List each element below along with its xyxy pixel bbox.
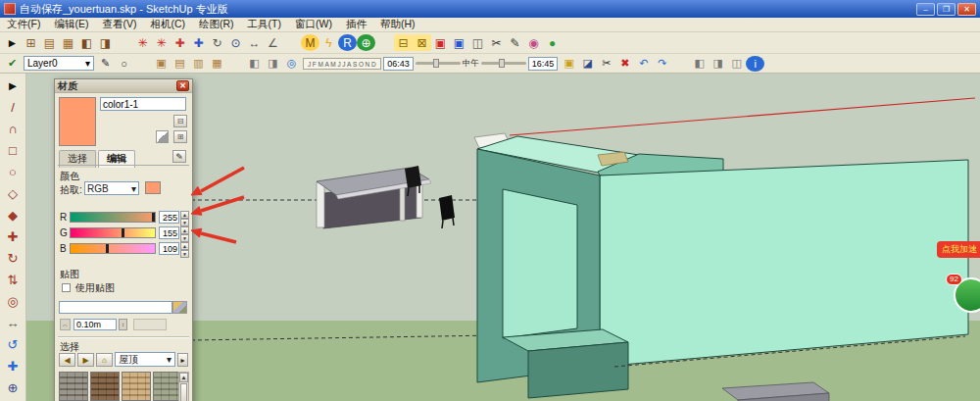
collection-dropdown[interactable]: 屋顶 ▾ bbox=[115, 352, 175, 367]
info-icon[interactable]: i bbox=[746, 56, 764, 72]
doorway-opening[interactable] bbox=[503, 189, 577, 338]
make-component-icon[interactable]: ⊞ bbox=[22, 34, 40, 51]
menu-draw[interactable]: 绘图(R) bbox=[192, 18, 241, 31]
channel-value-input[interactable] bbox=[159, 211, 179, 224]
channel-spinner[interactable]: ▲▼ bbox=[180, 242, 189, 255]
cut-scissors-icon[interactable]: ✂ bbox=[597, 56, 615, 72]
shadow-date-strip[interactable]: JFMAMJJASOND bbox=[303, 58, 381, 70]
table-left-panel[interactable] bbox=[317, 182, 324, 227]
eyedropper-icon[interactable]: ✎ bbox=[172, 150, 186, 163]
red-pinwheel-icon[interactable]: ✳ bbox=[133, 34, 152, 51]
red-tool-icon[interactable]: ▣ bbox=[431, 34, 450, 51]
globe-icon[interactable]: ◎ bbox=[282, 56, 301, 72]
palette-icon[interactable]: ● bbox=[543, 34, 562, 51]
menu-view[interactable]: 查看(V) bbox=[95, 18, 143, 31]
lt-move-icon[interactable]: ✚ bbox=[2, 226, 24, 247]
use-texture-checkbox[interactable] bbox=[62, 283, 71, 292]
color-wheel-icon[interactable]: ◉ bbox=[524, 34, 543, 51]
menu-edit[interactable]: 编辑(E) bbox=[47, 18, 95, 31]
menu-camera[interactable]: 相机(C) bbox=[143, 18, 192, 31]
shadow-time-end[interactable]: 16:45 bbox=[528, 57, 559, 71]
scissors-icon[interactable]: ✂ bbox=[487, 34, 506, 51]
magnifier-icon[interactable]: ⊙ bbox=[226, 34, 245, 51]
cube-view-2-icon[interactable]: ◨ bbox=[264, 56, 282, 72]
texture-size-spinner[interactable]: ↕ bbox=[119, 319, 127, 330]
style-pencil-icon[interactable]: ✎ bbox=[96, 56, 115, 72]
layer-dropdown[interactable]: Layer0 ▾ bbox=[24, 56, 94, 71]
divider[interactable] bbox=[375, 34, 394, 51]
dialog-close-icon[interactable]: ✕ bbox=[176, 80, 189, 91]
lt-zoom-icon[interactable]: ⊕ bbox=[2, 377, 24, 398]
accelerator-badge[interactable]: 点我加速 bbox=[937, 241, 980, 258]
scroll-up-icon[interactable]: ▲ bbox=[179, 373, 188, 382]
move-cross-red-icon[interactable]: ✚ bbox=[171, 34, 189, 51]
channel-value-input[interactable] bbox=[159, 226, 179, 239]
texture-cedar-shakes[interactable] bbox=[122, 372, 151, 401]
channel-slider[interactable] bbox=[70, 243, 156, 254]
divider[interactable] bbox=[115, 34, 133, 51]
green-coin-icon[interactable]: ⊕ bbox=[357, 34, 375, 51]
notification-count-badge[interactable]: 92 bbox=[946, 274, 962, 285]
note-box-icon[interactable]: ▣ bbox=[560, 56, 578, 72]
menu-tools[interactable]: 工具(T) bbox=[241, 18, 288, 31]
move-cross-blue-icon[interactable]: ✚ bbox=[189, 34, 208, 51]
channel-spinner[interactable]: ▲▼ bbox=[180, 226, 189, 239]
shadow-time-slider[interactable] bbox=[481, 62, 526, 65]
chair-black-1[interactable] bbox=[405, 166, 421, 188]
cube-view-icon[interactable]: ◧ bbox=[245, 56, 264, 72]
component-box-icon[interactable]: ▣ bbox=[152, 56, 171, 72]
materials-dialog-titlebar[interactable]: 材质 ✕ bbox=[55, 79, 192, 93]
maximize-button[interactable]: ❐ bbox=[937, 3, 956, 16]
low-box-front-face[interactable] bbox=[528, 342, 628, 398]
model-viewport[interactable]: 点我加速 92 材质 ✕ ⊟ ⊞ 选择 编辑 bbox=[26, 74, 980, 401]
menu-file[interactable]: 文件(F) bbox=[0, 18, 47, 31]
component-box-2-icon[interactable]: ▤ bbox=[171, 56, 189, 72]
scroll-thumb[interactable] bbox=[180, 383, 187, 401]
iso-cube-icon[interactable]: ◧ bbox=[690, 56, 709, 72]
color-picker-dropdown[interactable]: RGB ▾ bbox=[84, 181, 139, 195]
save-disk-icon[interactable]: ◪ bbox=[578, 56, 597, 72]
m-coin-icon[interactable]: M bbox=[301, 34, 319, 51]
style-circle-icon[interactable]: ○ bbox=[115, 56, 133, 72]
divider[interactable] bbox=[282, 34, 301, 51]
shadow-date-slider[interactable] bbox=[416, 62, 461, 65]
divider[interactable] bbox=[133, 56, 152, 72]
component-box-3-icon[interactable]: ▥ bbox=[189, 56, 208, 72]
menu-window[interactable]: 窗口(W) bbox=[288, 18, 339, 31]
wood-box-2-icon[interactable]: ◨ bbox=[96, 34, 115, 51]
component-box-4-icon[interactable]: ▦ bbox=[208, 56, 226, 72]
undo-icon[interactable]: ↶ bbox=[634, 56, 653, 72]
channel-spinner[interactable]: ▲▼ bbox=[180, 211, 189, 224]
lt-polygon-icon[interactable]: ◇ bbox=[2, 183, 24, 204]
lt-line-icon[interactable]: / bbox=[2, 97, 24, 118]
texture-gray-shingles[interactable] bbox=[59, 372, 88, 401]
lightning-icon[interactable]: ϟ bbox=[319, 34, 338, 51]
secondary-pane-icon[interactable]: ⊟ bbox=[173, 115, 187, 127]
home-icon[interactable]: ⌂ bbox=[96, 353, 113, 367]
divider[interactable] bbox=[226, 56, 245, 72]
layer-visibility-icon[interactable]: ✔ bbox=[3, 56, 22, 72]
forward-arrow-icon[interactable]: ▶ bbox=[77, 353, 94, 367]
lt-push-pull-icon[interactable]: ⇅ bbox=[2, 270, 24, 290]
slider-thumb[interactable] bbox=[433, 59, 439, 68]
menu-help[interactable]: 帮助(H) bbox=[373, 18, 422, 31]
yellow-box-2-icon[interactable]: ⊠ bbox=[413, 34, 431, 51]
lt-arc-icon[interactable]: ∩ bbox=[2, 119, 24, 139]
default-material-icon[interactable] bbox=[156, 130, 169, 143]
table-mid-leg[interactable] bbox=[400, 183, 405, 221]
rotate-tool-icon[interactable]: ↻ bbox=[208, 34, 226, 51]
texture-grid-scrollbar[interactable]: ▲ ▼ bbox=[178, 372, 189, 401]
lt-tape-icon[interactable]: ↔ bbox=[2, 313, 24, 333]
texture-brown-shingles[interactable] bbox=[90, 372, 120, 401]
red-pinwheel-2-icon[interactable]: ✳ bbox=[152, 34, 171, 51]
slider-thumb[interactable] bbox=[499, 59, 505, 68]
minimize-button[interactable]: – bbox=[916, 3, 935, 16]
lt-select-icon[interactable]: ► bbox=[2, 75, 24, 96]
texture-size-input[interactable] bbox=[74, 319, 117, 330]
building-wide-front-face[interactable] bbox=[600, 160, 968, 367]
pencil-icon[interactable]: ✎ bbox=[506, 34, 524, 51]
channel-slider[interactable] bbox=[70, 212, 156, 223]
material-name-input[interactable] bbox=[100, 97, 186, 111]
slider-thumb[interactable] bbox=[122, 228, 124, 237]
browse-texture-icon[interactable] bbox=[172, 301, 187, 314]
